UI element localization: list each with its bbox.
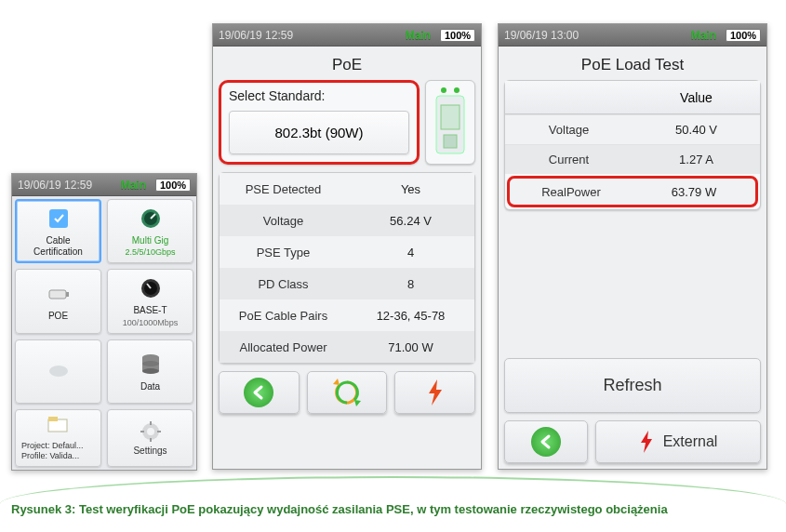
- row-key: Voltage: [220, 205, 347, 236]
- table-row: Current1.27 A: [505, 144, 760, 174]
- svg-rect-26: [444, 135, 457, 148]
- status-bar: 19/06/19 12:59 Main 100%: [213, 24, 481, 47]
- table-row: Voltage56.24 V: [220, 205, 474, 236]
- back-button[interactable]: [504, 420, 588, 463]
- load-test-table: Value Voltage50.40 V Current1.27 A RealP…: [504, 80, 761, 210]
- svg-point-12: [142, 368, 159, 374]
- poe-readings-table: PSE DetectedYes Voltage56.24 V PSE Type4…: [219, 172, 475, 364]
- row-value: 12-36, 45-78: [347, 299, 474, 331]
- row-value: 1.27 A: [633, 145, 760, 174]
- svg-marker-27: [354, 400, 361, 406]
- tile-base-t[interactable]: BASE-T 100/1000Mbps: [107, 269, 193, 333]
- row-key: Allocated Power: [220, 331, 347, 363]
- row-key: PSE Detected: [220, 173, 347, 205]
- status-datetime: 19/06/19 13:00: [504, 29, 579, 42]
- status-datetime: 19/06/19 12:59: [18, 179, 92, 192]
- tile-project-profile[interactable]: Project: Defaul... Profile: Valida...: [15, 409, 101, 467]
- status-main: Main: [121, 179, 146, 192]
- svg-rect-0: [49, 209, 68, 228]
- status-bar: 19/06/19 13:00 Main 100%: [499, 24, 766, 47]
- svg-point-25: [454, 87, 460, 93]
- back-icon: [244, 378, 273, 407]
- tile-sub: 2.5/5/10Gbps: [125, 247, 175, 257]
- menu-footer: Project: Defaul... Profile: Valida... Se…: [12, 406, 196, 470]
- tile-settings[interactable]: Settings: [107, 409, 193, 467]
- svg-rect-5: [66, 292, 69, 297]
- select-standard-value[interactable]: 802.3bt (90W): [229, 111, 409, 154]
- row-value: 8: [347, 268, 474, 299]
- cable-cert-icon: [46, 206, 72, 232]
- row-value: 4: [347, 236, 474, 268]
- battery-indicator: 100%: [726, 29, 761, 42]
- row-key: RealPower: [510, 179, 633, 205]
- row-value: 63.79 W: [633, 179, 755, 205]
- table-row-realpower: RealPower63.79 W: [507, 176, 758, 207]
- row-key: PoE Cable Pairs: [220, 299, 347, 331]
- svg-point-9: [49, 366, 68, 377]
- device-illustration: [425, 80, 475, 165]
- tile-label: Data: [140, 381, 160, 392]
- tile-poe[interactable]: POE: [15, 269, 101, 333]
- gear-icon: [140, 420, 162, 443]
- external-button[interactable]: External: [595, 420, 761, 463]
- status-main: Main: [406, 29, 431, 42]
- table-row: PSE DetectedYes: [220, 173, 474, 205]
- svg-rect-23: [441, 105, 460, 129]
- table-row: Voltage50.40 V: [505, 114, 760, 144]
- device-poe-load-screen: 19/06/19 13:00 Main 100% PoE Load Test V…: [498, 23, 767, 470]
- status-main: Main: [691, 29, 716, 42]
- table-row: PoE Cable Pairs12-36, 45-78: [220, 299, 474, 331]
- decorative-curve: [0, 476, 786, 504]
- back-button[interactable]: [219, 371, 300, 414]
- svg-point-17: [147, 428, 154, 435]
- external-label: External: [663, 433, 718, 450]
- refresh-big-button[interactable]: Refresh: [504, 358, 761, 413]
- database-icon: [138, 352, 164, 378]
- tile-sub: 100/1000Mbps: [123, 318, 179, 327]
- screen-title: PoE: [219, 52, 475, 80]
- bolt-icon: [639, 430, 654, 454]
- bolt-icon: [426, 379, 445, 406]
- status-bar: 19/06/19 12:59 Main 100%: [12, 174, 196, 196]
- cloud-icon: [46, 356, 72, 382]
- row-key: Current: [505, 145, 633, 174]
- select-standard-panel[interactable]: Select Standard: 802.3bt (90W): [219, 80, 420, 165]
- menu-grid: Cable Certification Multi Gig 2.5/5/10Gb…: [12, 196, 196, 406]
- folder-icon: [47, 416, 70, 438]
- svg-marker-30: [641, 431, 652, 453]
- tile-label: POE: [48, 311, 68, 322]
- button-bar: [219, 371, 475, 414]
- select-standard-label: Select Standard:: [229, 88, 409, 103]
- tile-multi-gig[interactable]: Multi Gig 2.5/5/10Gbps: [107, 199, 193, 263]
- row-value: 71.00 W: [347, 331, 474, 363]
- row-key: Voltage: [505, 115, 633, 144]
- row-value: Yes: [347, 173, 474, 205]
- device-menu-screen: 19/06/19 12:59 Main 100% Cable Certifica…: [11, 173, 197, 471]
- table-row: PD Class8: [220, 268, 474, 299]
- bolt-button[interactable]: [394, 371, 475, 414]
- back-icon: [531, 427, 561, 457]
- row-value: 50.40 V: [633, 115, 760, 144]
- tile-label: BASE-T: [133, 305, 167, 316]
- battery-indicator: 100%: [440, 29, 475, 42]
- tile-label: Multi Gig: [132, 235, 168, 246]
- tile-label: Cable Certification: [33, 235, 83, 257]
- row-key: PSE Type: [220, 236, 347, 268]
- table-row: Allocated Power71.00 W: [220, 331, 474, 363]
- refresh-icon: [333, 379, 361, 406]
- header-value: Value: [633, 81, 760, 113]
- gauge-dark-icon: [138, 275, 164, 301]
- button-bar: External: [504, 420, 761, 463]
- gauge-icon: [138, 206, 164, 232]
- row-value: 56.24 V: [347, 205, 474, 236]
- table-header: Value: [505, 81, 760, 114]
- device-poe-screen: 19/06/19 12:59 Main 100% PoE Select Stan…: [212, 23, 482, 470]
- table-row: PSE Type4: [220, 236, 474, 268]
- svg-rect-4: [49, 290, 66, 299]
- tile-blank[interactable]: [15, 339, 101, 404]
- figure-caption: Rysunek 3: Test weryfikacji PoE pokazują…: [11, 502, 767, 516]
- tile-cable-cert[interactable]: Cable Certification: [15, 199, 101, 263]
- tile-label: Settings: [133, 446, 167, 456]
- tile-data[interactable]: Data: [107, 339, 193, 404]
- refresh-button[interactable]: [307, 371, 388, 414]
